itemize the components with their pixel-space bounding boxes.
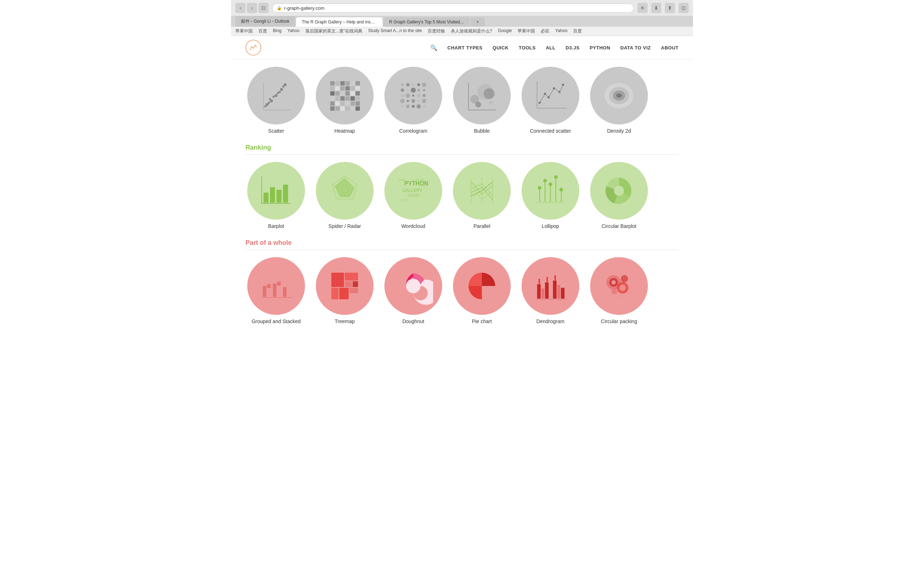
nav-tools[interactable]: TOOLS bbox=[519, 45, 536, 50]
svg-point-10 bbox=[268, 102, 270, 104]
chart-heatmap[interactable]: Heatmap bbox=[314, 67, 375, 134]
site-header: 🔍 CHART TYPES QUICK TOOLS ALL D3.JS PYTH… bbox=[231, 36, 693, 60]
nav-quick[interactable]: QUICK bbox=[493, 45, 509, 50]
nav-about[interactable]: ABOUT bbox=[661, 45, 678, 50]
grouped-stacked-circle bbox=[247, 257, 305, 315]
fullscreen-button[interactable]: ⊡ bbox=[678, 3, 689, 13]
address-bar[interactable]: 🔒 r-graph-gallery.com bbox=[272, 3, 634, 13]
bookmark-biying[interactable]: 必应 bbox=[541, 28, 549, 34]
parallel-circle bbox=[453, 162, 511, 220]
chart-treemap[interactable]: Treemap bbox=[314, 257, 375, 324]
svg-point-3 bbox=[275, 94, 278, 97]
site-logo[interactable] bbox=[246, 40, 261, 56]
treemap-svg bbox=[325, 266, 365, 306]
spider-svg bbox=[325, 171, 365, 211]
svg-rect-154 bbox=[537, 284, 541, 298]
chart-density2d[interactable]: Density 2d bbox=[588, 67, 650, 134]
share-button[interactable]: ⬆ bbox=[665, 3, 675, 13]
new-tab-button[interactable]: + bbox=[471, 17, 485, 27]
chart-circular-packing[interactable]: Circular packing bbox=[588, 257, 650, 324]
nav-data-to-viz[interactable]: DATA TO VIZ bbox=[620, 45, 651, 50]
svg-point-123 bbox=[543, 179, 547, 182]
svg-point-8 bbox=[279, 91, 281, 93]
svg-point-70 bbox=[401, 105, 404, 108]
svg-rect-137 bbox=[273, 284, 276, 297]
svg-rect-151 bbox=[349, 288, 358, 293]
download-icon[interactable]: ⬇ bbox=[651, 3, 661, 13]
chart-barplot[interactable]: Barplot bbox=[246, 162, 307, 229]
svg-point-59 bbox=[423, 89, 425, 91]
svg-text:GALLERY: GALLERY bbox=[402, 188, 422, 193]
back-button[interactable]: ‹ bbox=[235, 3, 246, 13]
barplot-label: Barplot bbox=[268, 223, 284, 229]
svg-rect-147 bbox=[345, 281, 352, 287]
chart-grouped-stacked[interactable]: Grouped and Stacked bbox=[246, 257, 307, 324]
chart-connected-scatter[interactable]: Connected scatter bbox=[520, 67, 581, 134]
bookmark-yahoo[interactable]: Yahoo bbox=[287, 28, 300, 34]
tab-bar: 邮件 - Gongli Li - Outlook The R Graph Gal… bbox=[231, 16, 693, 27]
bookmark-baiduexp[interactable]: 百度经验 bbox=[428, 28, 445, 34]
chart-scatter[interactable]: Scatter bbox=[246, 67, 307, 134]
parallel-label: Parallel bbox=[473, 223, 491, 229]
svg-point-129 bbox=[559, 188, 563, 192]
chart-circular-barplot[interactable]: Circular Barplot bbox=[588, 162, 650, 229]
svg-rect-48 bbox=[351, 106, 355, 111]
bookmark-game[interactable]: 杀人游戏规则是什么? bbox=[451, 28, 492, 34]
nav-python[interactable]: PYTHON bbox=[590, 45, 611, 50]
svg-rect-36 bbox=[351, 96, 355, 101]
bookmark-dict[interactable]: 落后国家的英文...查"在线词典 bbox=[305, 28, 362, 34]
bookmark-baidu2[interactable]: 百度 bbox=[573, 28, 582, 34]
scatter-label: Scatter bbox=[268, 128, 284, 134]
tab-button[interactable]: ⊡ bbox=[258, 3, 268, 13]
chart-correlogram[interactable]: Correlogram bbox=[383, 67, 444, 134]
svg-rect-44 bbox=[330, 106, 334, 111]
bookmark-study[interactable]: Study Smart A...n to the site bbox=[368, 28, 422, 34]
svg-rect-42 bbox=[351, 102, 355, 106]
svg-rect-32 bbox=[330, 96, 334, 101]
svg-point-67 bbox=[412, 99, 415, 103]
correlogram-circle bbox=[384, 67, 442, 124]
svg-point-68 bbox=[418, 100, 420, 102]
svg-point-54 bbox=[422, 82, 426, 87]
svg-rect-134 bbox=[263, 280, 267, 285]
connected-circle bbox=[522, 67, 579, 124]
tab-rgraph[interactable]: The R Graph Gallery – Help and inspirati… bbox=[296, 17, 383, 27]
nav-d3js[interactable]: D3.JS bbox=[565, 45, 580, 50]
svg-point-71 bbox=[406, 105, 410, 108]
svg-point-66 bbox=[407, 100, 409, 102]
bookmark-apple[interactable]: 苹果中国 bbox=[235, 28, 253, 34]
browser-nav-buttons: ‹ › ⊡ bbox=[235, 3, 268, 13]
chart-spider[interactable]: Spider / Radar bbox=[314, 162, 375, 229]
bookmark-yahoo2[interactable]: Yahoo bbox=[555, 28, 567, 34]
close-button[interactable]: ✕ bbox=[637, 3, 648, 13]
svg-text:CHART: CHART bbox=[419, 185, 428, 187]
svg-rect-139 bbox=[277, 286, 281, 297]
chart-wordcloud[interactable]: PYTHON GALLERY WORD WEB CO CHART MAP PLO… bbox=[383, 162, 444, 229]
chart-parallel[interactable]: Parallel bbox=[451, 162, 512, 229]
bookmark-google[interactable]: Google bbox=[498, 28, 512, 34]
nav-all[interactable]: ALL bbox=[546, 45, 556, 50]
bookmark-bing[interactable]: Bing bbox=[273, 28, 281, 34]
svg-rect-38 bbox=[330, 102, 334, 106]
chart-bubble[interactable]: Bubble bbox=[451, 67, 512, 134]
chart-lollipop[interactable]: Lollipop bbox=[520, 162, 581, 229]
tab-outlook[interactable]: 邮件 - Gongli Li - Outlook bbox=[235, 16, 295, 27]
tab-datacamp[interactable]: R Graph Gallery's Top 5 Most Visited Gra… bbox=[383, 17, 470, 27]
search-icon[interactable]: 🔍 bbox=[430, 44, 438, 51]
nav-chart-types[interactable]: CHART TYPES bbox=[447, 45, 483, 50]
svg-rect-148 bbox=[353, 281, 358, 287]
chart-pie[interactable]: Pie chart bbox=[451, 257, 512, 324]
parallel-svg bbox=[462, 171, 502, 211]
svg-point-7 bbox=[282, 85, 284, 88]
svg-rect-97 bbox=[283, 185, 288, 203]
svg-rect-31 bbox=[355, 91, 360, 95]
bookmark-apple2[interactable]: 苹果中国 bbox=[518, 28, 535, 34]
chart-dendrogram[interactable]: Dendrogram bbox=[520, 257, 581, 324]
ranking-title: Ranking bbox=[246, 144, 678, 155]
chart-doughnut[interactable]: Doughnut bbox=[383, 257, 444, 324]
bookmark-baidu[interactable]: 百度 bbox=[258, 28, 267, 34]
forward-button[interactable]: › bbox=[247, 3, 257, 13]
svg-rect-136 bbox=[267, 284, 271, 288]
svg-rect-146 bbox=[345, 272, 358, 280]
svg-rect-20 bbox=[330, 86, 334, 90]
